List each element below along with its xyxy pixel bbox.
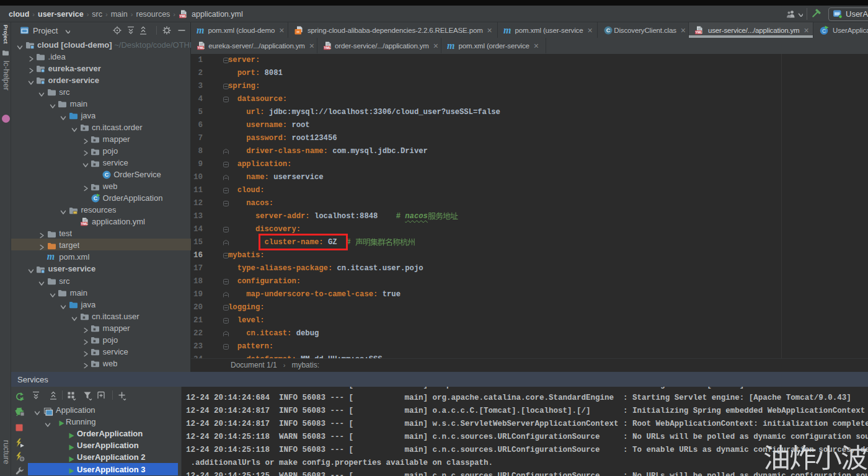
svg-text:YML: YML [696, 30, 703, 34]
svg-text:YML: YML [198, 46, 205, 50]
svg-text:YML: YML [81, 222, 88, 226]
svg-text:‹›: ‹› [297, 29, 299, 33]
svg-text:C: C [104, 172, 108, 178]
svg-text:YML: YML [324, 46, 332, 50]
svg-text:C: C [606, 27, 611, 33]
svg-text:YML: YML [180, 14, 187, 18]
